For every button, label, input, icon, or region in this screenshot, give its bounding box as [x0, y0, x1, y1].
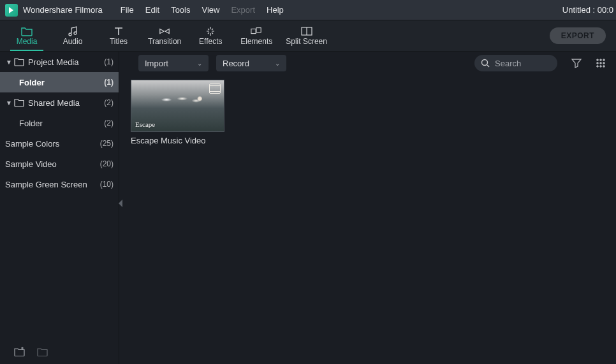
tree-label: Folder: [19, 78, 104, 87]
svg-rect-1: [256, 28, 261, 33]
tree-count: (1): [104, 57, 114, 66]
tab-label: Audio: [63, 38, 83, 45]
svg-point-8: [600, 62, 602, 64]
menu-tools[interactable]: Tools: [171, 5, 190, 15]
app-title: Wondershare Filmora: [23, 5, 103, 15]
tree-label: Project Media: [28, 57, 104, 67]
tree-folder[interactable]: Folder (2): [0, 113, 119, 133]
tree-count: (1): [104, 78, 114, 87]
clip-overlay-text: Escape: [135, 120, 155, 128]
main-area: ▼ Project Media (1) Folder (1) ▼ Shared …: [0, 52, 616, 364]
tree-label: Shared Media: [28, 98, 104, 108]
menu-edit[interactable]: Edit: [145, 5, 159, 15]
text-icon: [113, 26, 124, 36]
shapes-icon: [251, 26, 262, 36]
tab-label: Split Screen: [286, 38, 327, 45]
sparkle-icon: [205, 26, 216, 36]
svg-point-5: [600, 59, 602, 61]
svg-point-4: [597, 59, 599, 61]
tree-project-media[interactable]: ▼ Project Media (1): [0, 52, 119, 72]
tree-count: (2): [104, 119, 114, 127]
menu-file[interactable]: File: [121, 5, 134, 15]
clip-grid: Escape Escape Music Video: [119, 75, 616, 150]
menu-bar: Wondershare Filmora File Edit Tools View…: [0, 0, 616, 20]
clip-item[interactable]: Escape Escape Music Video: [131, 80, 223, 145]
tab-media[interactable]: Media: [10, 20, 43, 51]
media-tree: ▼ Project Media (1) Folder (1) ▼ Shared …: [0, 52, 119, 339]
svg-point-6: [603, 59, 605, 61]
main-tabs: Media Audio Titles Transition Effects El…: [0, 20, 616, 52]
svg-point-3: [482, 60, 488, 66]
menu-view[interactable]: View: [202, 5, 219, 15]
tree-shared-media[interactable]: ▼ Shared Media (2): [0, 92, 119, 113]
svg-point-7: [597, 62, 599, 64]
tree-label: Sample Video: [5, 159, 100, 169]
music-note-icon: [67, 26, 78, 36]
import-dropdown[interactable]: Import ⌄: [138, 55, 209, 71]
tab-transition[interactable]: Transition: [148, 20, 181, 51]
tab-label: Effects: [199, 38, 222, 45]
tree-label: Folder: [19, 119, 104, 128]
tab-effects[interactable]: Effects: [194, 20, 227, 51]
tree-count: (20): [100, 159, 114, 168]
tab-titles[interactable]: Titles: [102, 20, 135, 51]
tree-sample-video[interactable]: Sample Video (20): [0, 154, 119, 174]
caret-down-icon: ▼: [5, 99, 13, 106]
new-folder-icon[interactable]: [14, 347, 26, 357]
dropdown-label: Import: [145, 59, 168, 68]
tree-label: Sample Colors: [5, 139, 100, 149]
media-toolbar: Import ⌄ Record ⌄: [119, 52, 616, 75]
search-box[interactable]: [474, 55, 557, 71]
search-icon: [481, 59, 490, 68]
video-badge-icon: [209, 84, 221, 94]
app-logo-icon: [5, 4, 18, 17]
svg-point-10: [597, 66, 599, 68]
tree-count: (2): [104, 98, 114, 107]
clip-label: Escape Music Video: [131, 136, 223, 145]
menu-help[interactable]: Help: [267, 5, 284, 15]
tree-count: (10): [100, 180, 114, 189]
media-sidebar: ▼ Project Media (1) Folder (1) ▼ Shared …: [0, 52, 119, 364]
folder-icon: [21, 26, 33, 36]
tab-split-screen[interactable]: Split Screen: [286, 20, 327, 51]
tab-audio[interactable]: Audio: [56, 20, 89, 51]
transition-icon: [159, 26, 170, 36]
tab-label: Transition: [148, 38, 181, 45]
export-button[interactable]: EXPORT: [550, 27, 606, 44]
search-input[interactable]: [494, 58, 543, 69]
svg-point-12: [603, 66, 605, 68]
project-status: Untitled : 00:0: [562, 5, 613, 15]
tree-sample-colors[interactable]: Sample Colors (25): [0, 133, 119, 154]
svg-point-11: [600, 66, 602, 68]
clip-thumbnail: Escape: [131, 80, 224, 132]
chevron-down-icon: ⌄: [197, 60, 202, 67]
svg-point-9: [603, 62, 605, 64]
svg-rect-0: [251, 29, 256, 33]
tree-folder-selected[interactable]: Folder (1): [0, 72, 119, 92]
menu-items: File Edit Tools View Export Help: [121, 5, 284, 15]
tree-count: (25): [100, 139, 114, 148]
tab-label: Titles: [110, 38, 128, 45]
sidebar-collapse-handle[interactable]: [119, 200, 122, 207]
split-screen-icon: [301, 26, 312, 36]
media-browser: Import ⌄ Record ⌄: [119, 52, 616, 364]
tab-label: Media: [17, 38, 38, 45]
tree-label: Sample Green Screen: [5, 180, 100, 189]
tab-elements[interactable]: Elements: [240, 20, 273, 51]
dropdown-label: Record: [223, 59, 249, 68]
sidebar-bottom-bar: [0, 339, 119, 364]
filter-icon[interactable]: [571, 58, 582, 68]
caret-down-icon: ▼: [5, 59, 13, 66]
folder-icon: [14, 98, 24, 107]
grid-view-icon[interactable]: [596, 58, 606, 68]
open-folder-icon[interactable]: [37, 347, 48, 357]
tree-sample-green-screen[interactable]: Sample Green Screen (10): [0, 174, 119, 194]
tab-label: Elements: [240, 38, 272, 45]
record-dropdown[interactable]: Record ⌄: [216, 55, 286, 71]
menu-export: Export: [231, 5, 255, 15]
folder-icon: [14, 57, 24, 66]
chevron-down-icon: ⌄: [275, 60, 280, 67]
